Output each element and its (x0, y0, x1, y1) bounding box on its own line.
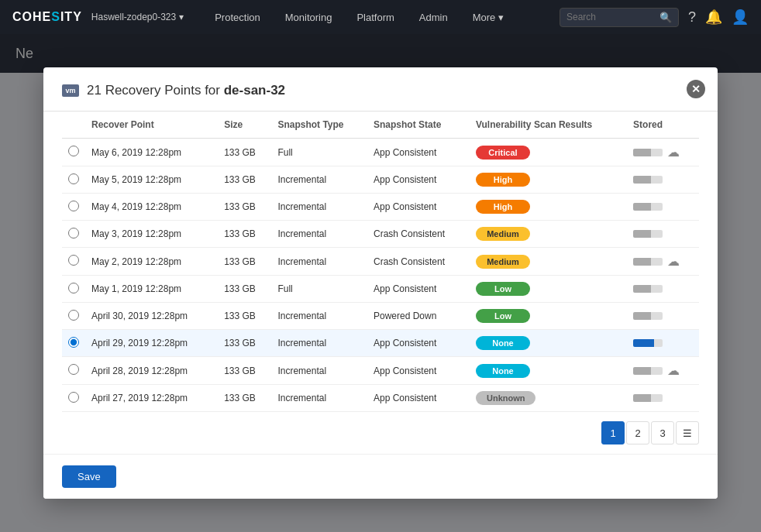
save-button[interactable]: Save (62, 465, 116, 488)
row-radio-cell[interactable] (62, 330, 85, 357)
recovery-points-modal: vm 21 Recovery Points for de-san-32 ✕ Re… (43, 67, 718, 499)
row-radio-input[interactable] (68, 392, 79, 403)
nav-more[interactable]: More ▾ (460, 0, 517, 34)
row-vuln-badge-cell: None (470, 357, 627, 385)
table-row: May 3, 2019 12:28pm 133 GB Incremental C… (62, 221, 699, 248)
vuln-badge: Unknown (476, 391, 536, 405)
vuln-badge: High (476, 200, 530, 214)
row-radio-cell[interactable] (62, 248, 85, 276)
nav-platform[interactable]: Platform (344, 0, 406, 34)
row-date: May 3, 2019 12:28pm (85, 221, 218, 248)
row-snapshot-type: Incremental (271, 221, 367, 248)
row-date: May 1, 2019 12:28pm (85, 276, 218, 303)
row-radio-input[interactable] (68, 146, 79, 156)
row-date: April 28, 2019 12:28pm (85, 357, 218, 385)
row-size: 133 GB (218, 303, 271, 330)
recovery-points-table: Recover Point Size Snapshot Type Snapsho… (62, 112, 699, 412)
page-3-button[interactable]: 3 (651, 421, 674, 444)
cloud-icon: ☁ (667, 254, 680, 269)
row-snapshot-state: App Consistent (367, 276, 470, 303)
row-radio-input[interactable] (68, 201, 79, 211)
row-stored-cell: ☁ (627, 357, 699, 385)
row-snapshot-type: Incremental (271, 248, 367, 276)
row-date: May 6, 2019 12:28pm (85, 139, 218, 166)
more-chevron-icon: ▾ (498, 12, 504, 23)
row-radio-input[interactable] (68, 310, 79, 321)
help-icon[interactable]: ? (688, 9, 696, 26)
vuln-badge: Medium (476, 227, 530, 241)
row-snapshot-state: Crash Consistent (367, 221, 470, 248)
row-radio-cell[interactable] (62, 194, 85, 221)
search-icon: 🔍 (659, 12, 672, 23)
row-vuln-badge-cell: None (470, 330, 627, 357)
col-size: Size (218, 112, 271, 139)
row-stored-cell: ☁ (627, 139, 699, 166)
search-input[interactable] (566, 12, 659, 22)
page-1-button[interactable]: 1 (601, 421, 625, 444)
top-navigation: COHESITY Haswell-zodep0-323 ▾ Protection… (0, 0, 761, 34)
row-stored-cell (627, 194, 699, 221)
row-size: 133 GB (218, 221, 271, 248)
row-stored-cell (627, 330, 699, 357)
row-radio-cell[interactable] (62, 221, 85, 248)
row-radio-cell[interactable] (62, 139, 85, 166)
nav-monitoring[interactable]: Monitoring (273, 0, 345, 34)
cloud-icon: ☁ (667, 145, 680, 160)
row-date: April 29, 2019 12:28pm (85, 330, 218, 357)
row-radio-input[interactable] (68, 337, 79, 348)
row-vuln-badge-cell: Unknown (470, 385, 627, 412)
row-vuln-badge-cell: Critical (470, 139, 627, 166)
row-radio-input[interactable] (68, 283, 79, 293)
row-radio-input[interactable] (68, 364, 79, 375)
page-2-button[interactable]: 2 (626, 421, 649, 444)
table-row: April 27, 2019 12:28pm 133 GB Incrementa… (62, 385, 699, 412)
row-radio-cell[interactable] (62, 276, 85, 303)
modal-header: vm 21 Recovery Points for de-san-32 ✕ (43, 67, 718, 112)
table-row: May 2, 2019 12:28pm 133 GB Incremental C… (62, 248, 699, 276)
row-size: 133 GB (218, 385, 271, 412)
notifications-icon[interactable]: 🔔 (705, 9, 722, 26)
user-icon[interactable]: 👤 (732, 9, 749, 26)
row-radio-cell[interactable] (62, 357, 85, 385)
col-snapshot-type: Snapshot Type (271, 112, 367, 139)
row-radio-input[interactable] (68, 255, 79, 266)
row-stored-cell (627, 385, 699, 412)
close-button[interactable]: ✕ (687, 80, 705, 98)
nav-action-icons: ? 🔔 👤 (688, 9, 749, 26)
row-snapshot-state: App Consistent (367, 357, 470, 385)
nav-protection[interactable]: Protection (202, 0, 273, 34)
cloud-icon: ☁ (667, 363, 680, 378)
search-box[interactable]: 🔍 (560, 8, 679, 27)
vuln-badge: Low (476, 309, 530, 323)
row-size: 133 GB (218, 330, 271, 357)
vuln-badge: Low (476, 282, 530, 296)
vuln-badge: None (476, 336, 530, 350)
row-size: 133 GB (218, 276, 271, 303)
logo: COHESITY (12, 10, 82, 24)
page-menu-button[interactable]: ☰ (676, 421, 699, 444)
table-row: April 30, 2019 12:28pm 133 GB Incrementa… (62, 303, 699, 330)
vuln-badge: None (476, 364, 530, 378)
recovery-points-table-container: Recover Point Size Snapshot Type Snapsho… (43, 112, 718, 412)
row-radio-cell[interactable] (62, 166, 85, 194)
row-snapshot-state: App Consistent (367, 330, 470, 357)
storage-bar-icon (633, 312, 663, 320)
row-vuln-badge-cell: Medium (470, 221, 627, 248)
nav-admin[interactable]: Admin (407, 0, 460, 34)
storage-bar-icon (633, 176, 663, 184)
row-size: 133 GB (218, 139, 271, 166)
row-snapshot-type: Incremental (271, 194, 367, 221)
row-radio-cell[interactable] (62, 303, 85, 330)
env-selector[interactable]: Haswell-zodep0-323 ▾ (91, 12, 184, 22)
row-radio-input[interactable] (68, 228, 79, 239)
table-row: May 5, 2019 12:28pm 133 GB Incremental A… (62, 166, 699, 194)
row-radio-input[interactable] (68, 173, 79, 184)
row-vuln-badge-cell: Low (470, 276, 627, 303)
modal-vm-name: de-san-32 (224, 83, 285, 98)
table-row: May 4, 2019 12:28pm 133 GB Incremental A… (62, 194, 699, 221)
col-vuln-scan: Vulnerability Scan Results (470, 112, 627, 139)
modal-title: 21 Recovery Points for de-san-32 (87, 83, 285, 98)
row-radio-cell[interactable] (62, 385, 85, 412)
col-recover-point: Recover Point (85, 112, 218, 139)
row-stored-cell (627, 276, 699, 303)
